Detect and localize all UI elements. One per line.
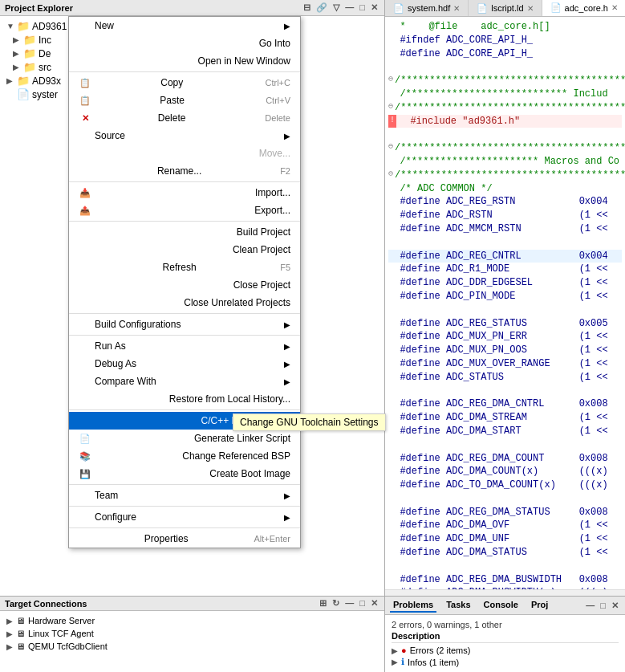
close-problems-icon[interactable]: ✕ <box>610 601 620 611</box>
menu-item-label: Move... <box>259 148 290 159</box>
code-line: #define ADC_PIN_MODE (1 << <box>388 290 622 303</box>
minimize-problems-icon[interactable]: — <box>584 601 596 611</box>
filter-icon[interactable]: ▽ <box>331 2 341 13</box>
tab-lscript-ld[interactable]: 📄 lscript.ld ✕ <box>469 0 542 16</box>
tab-adc-core-h[interactable]: 📄 adc_core.h ✕ <box>542 0 625 16</box>
tab-system-hdf[interactable]: 📄 system.hdf ✕ <box>385 0 469 16</box>
collapse-all-icon[interactable]: ⊟ <box>302 2 312 13</box>
code-line: #define ADC_CORE_API_H_ <box>388 47 622 61</box>
code-text: /***************************************… <box>395 141 625 155</box>
close-panel-icon[interactable]: ✕ <box>369 2 379 13</box>
menu-item-configure[interactable]: Configure ▶ <box>69 508 300 526</box>
menu-item-label: Team <box>95 490 118 501</box>
menu-item-change-bsp[interactable]: 📚 Change Referenced BSP <box>69 447 300 465</box>
menu-item-build-configs[interactable]: Build Configurations ▶ <box>69 316 300 333</box>
expand-arrow: ▶ <box>392 658 398 666</box>
refresh-connections-icon[interactable]: ↻ <box>331 598 341 609</box>
menu-item-label: Debug As <box>95 358 136 369</box>
menu-item-debug-as[interactable]: Debug As ▶ <box>69 355 300 373</box>
new-connection-icon[interactable]: ⊞ <box>318 598 328 609</box>
target-connections-panel: Target Connections ⊞ ↻ — □ ✕ ▶ 🖥 Hardwar… <box>0 597 385 672</box>
code-text: #define ADC_MUX_OVER_RANGE (1 << <box>388 357 608 371</box>
submenu-arrow: ▶ <box>284 132 290 141</box>
fold-arrow[interactable]: ⊖ <box>388 169 393 182</box>
menu-item-label: Source <box>95 130 125 141</box>
link-editor-icon[interactable]: 🔗 <box>315 2 329 13</box>
horizontal-scrollbar[interactable] <box>385 589 625 596</box>
code-text: #define ADC_REG_DMA_COUNT 0x008 <box>388 452 608 466</box>
problem-row-errors[interactable]: ▶ ● Errors (2 items) <box>392 645 619 656</box>
code-line: #define ADC_RSTN (1 << <box>388 209 622 222</box>
menu-item-generate-linker[interactable]: 📄 Generate Linker Script <box>69 430 300 447</box>
refresh-shortcut: F5 <box>280 263 290 272</box>
tab-close-icon[interactable]: ✕ <box>611 3 618 12</box>
code-line: #define ADC_MUX_OVER_RANGE (1 << <box>388 357 622 371</box>
menu-item-refresh[interactable]: Refresh F5 <box>69 259 300 276</box>
maximize-bottom-icon[interactable]: □ <box>358 598 367 609</box>
tab-close-icon[interactable]: ✕ <box>527 4 534 13</box>
maximize-icon[interactable]: □ <box>358 2 367 13</box>
problem-row-infos[interactable]: ▶ ℹ Infos (1 item) <box>392 656 619 668</box>
menu-item-compare-with[interactable]: Compare With ▶ <box>69 373 300 390</box>
menu-item-properties[interactable]: Properties Alt+Enter <box>69 530 300 548</box>
fold-arrow[interactable]: ⊖ <box>388 74 393 88</box>
target-item-linux[interactable]: ▶ 🖥 Linux TCF Agent <box>6 627 378 640</box>
minimize-icon[interactable]: — <box>343 2 355 13</box>
code-text: /***************************************… <box>395 74 625 88</box>
menu-item-paste[interactable]: 📋 Paste Ctrl+V <box>69 92 300 109</box>
menu-item-create-boot[interactable]: 💾 Create Boot Image <box>69 465 300 483</box>
menu-item-copy[interactable]: 📋 Copy Ctrl+C <box>69 74 300 92</box>
menu-item-label: Change Referenced BSP <box>182 450 290 462</box>
menu-item-team[interactable]: Team ▶ <box>69 487 300 504</box>
code-line: /*********************** Macros and Co <box>388 155 622 169</box>
fold-arrow[interactable]: ⊖ <box>388 141 393 155</box>
tab-close-icon[interactable]: ✕ <box>453 4 460 13</box>
menu-item-move[interactable]: Move... <box>69 145 300 162</box>
menu-item-delete[interactable]: ✕ Delete Delete <box>69 109 300 127</box>
menu-item-go-into[interactable]: Go Into <box>69 35 300 52</box>
menu-item-rename[interactable]: Rename... F2 <box>69 162 300 180</box>
tab-proj[interactable]: Proj <box>528 598 551 613</box>
delete-shortcut: Delete <box>265 113 290 123</box>
menu-item-restore-history[interactable]: Restore from Local History... <box>69 390 300 408</box>
code-line <box>388 303 622 317</box>
target-connections-titlebar: Target Connections ⊞ ↻ — □ ✕ <box>0 597 384 611</box>
code-text: #define ADC_REG_RSTN 0x004 <box>388 195 608 209</box>
menu-item-open-new-window[interactable]: Open in New Window <box>69 52 300 70</box>
tab-tasks[interactable]: Tasks <box>443 598 473 613</box>
menu-item-export[interactable]: 📤 Export... <box>69 202 300 219</box>
target-item-hardware[interactable]: ▶ 🖥 Hardware Server <box>6 614 378 627</box>
menu-item-import[interactable]: 📥 Import... <box>69 184 300 202</box>
tab-problems[interactable]: Problems <box>390 598 436 613</box>
code-text: #define ADC_MUX_PN_OOS (1 << <box>388 344 608 357</box>
folder-icon: 📁 <box>23 34 36 46</box>
titlebar-actions: ⊟ 🔗 ▽ — □ ✕ <box>302 2 379 13</box>
folder-icon: 📁 <box>17 75 30 87</box>
code-editor[interactable]: * @file adc_core.h[] #ifndef ADC_CORE_AP… <box>385 17 625 589</box>
maximize-problems-icon[interactable]: □ <box>599 601 607 611</box>
tree-expand-arrow: ▶ <box>6 76 14 85</box>
code-line: #define ADC_MUX_PN_ERR (1 << <box>388 330 622 344</box>
close-bottom-icon[interactable]: ✕ <box>369 598 379 609</box>
tab-icon: 📄 <box>477 3 488 14</box>
target-item-qemu[interactable]: ▶ 🖥 QEMU TcfGdbClient <box>6 640 378 653</box>
copy-shortcut: Ctrl+C <box>266 78 290 88</box>
code-text: #define ADC_DMA_STREAM (1 << <box>388 411 608 425</box>
menu-item-close-unrelated[interactable]: Close Unrelated Projects <box>69 294 300 312</box>
menu-item-run-as[interactable]: Run As ▶ <box>69 337 300 355</box>
tab-label: adc_core.h <box>565 3 608 13</box>
menu-item-clean-project[interactable]: Clean Project <box>69 241 300 259</box>
code-text: #define ADC_REG_CNTRL 0x004 <box>388 250 608 263</box>
minimize-bottom-icon[interactable]: — <box>343 598 355 609</box>
properties-shortcut: Alt+Enter <box>254 534 290 544</box>
folder-icon: 📁 <box>23 47 36 59</box>
fold-arrow[interactable]: ⊖ <box>388 101 393 115</box>
delete-icon: ✕ <box>79 113 91 124</box>
menu-item-new[interactable]: New ▶ <box>69 17 300 35</box>
tab-console[interactable]: Console <box>481 598 522 613</box>
menu-item-build-project[interactable]: Build Project <box>69 223 300 241</box>
submenu-arrow: ▶ <box>284 513 290 522</box>
menu-item-source[interactable]: Source ▶ <box>69 127 300 145</box>
menu-item-close-project[interactable]: Close Project <box>69 276 300 294</box>
code-line-highlight: #define ADC_REG_CNTRL 0x004 <box>388 250 622 263</box>
